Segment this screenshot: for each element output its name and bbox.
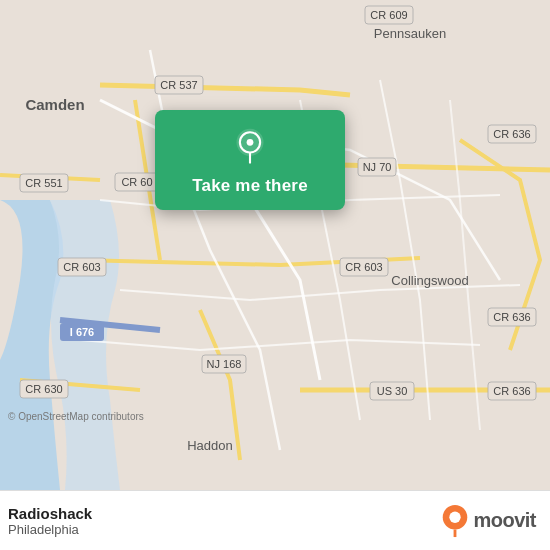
- svg-text:CR 537: CR 537: [160, 79, 197, 91]
- svg-text:CR 603: CR 603: [345, 261, 382, 273]
- svg-text:Camden: Camden: [25, 96, 84, 113]
- svg-text:I 676: I 676: [70, 326, 94, 338]
- svg-point-35: [247, 139, 254, 146]
- take-me-there-popup[interactable]: Take me there: [155, 110, 345, 210]
- svg-text:CR 630: CR 630: [25, 383, 62, 395]
- svg-text:CR 609: CR 609: [370, 9, 407, 21]
- svg-text:NJ 70: NJ 70: [363, 161, 392, 173]
- svg-text:CR 636: CR 636: [493, 128, 530, 140]
- take-me-there-label: Take me there: [192, 176, 308, 196]
- svg-text:Haddon: Haddon: [187, 438, 233, 453]
- svg-text:Pennsauken: Pennsauken: [374, 26, 446, 41]
- location-city: Philadelphia: [8, 522, 92, 537]
- svg-point-37: [450, 511, 461, 522]
- svg-text:CR 603: CR 603: [63, 261, 100, 273]
- svg-text:CR 551: CR 551: [25, 177, 62, 189]
- svg-text:CR 60: CR 60: [121, 176, 152, 188]
- bottom-bar: Radioshack Philadelphia moovit: [0, 490, 550, 550]
- moovit-brand-text: moovit: [473, 509, 536, 532]
- location-name: Radioshack: [8, 505, 92, 522]
- location-pin-icon: [231, 128, 269, 166]
- location-info: Radioshack Philadelphia: [8, 505, 92, 537]
- svg-text:CR 636: CR 636: [493, 385, 530, 397]
- moovit-pin-icon: [441, 504, 469, 538]
- svg-text:NJ 168: NJ 168: [207, 358, 242, 370]
- svg-text:US 30: US 30: [377, 385, 408, 397]
- map-copyright: © OpenStreetMap contributors: [8, 411, 144, 422]
- svg-text:Collingswood: Collingswood: [391, 273, 468, 288]
- moovit-logo: moovit: [441, 504, 536, 538]
- map-view[interactable]: CR 609 Pennsauken CR 537 Camden CR 551 C…: [0, 0, 550, 490]
- svg-text:CR 636: CR 636: [493, 311, 530, 323]
